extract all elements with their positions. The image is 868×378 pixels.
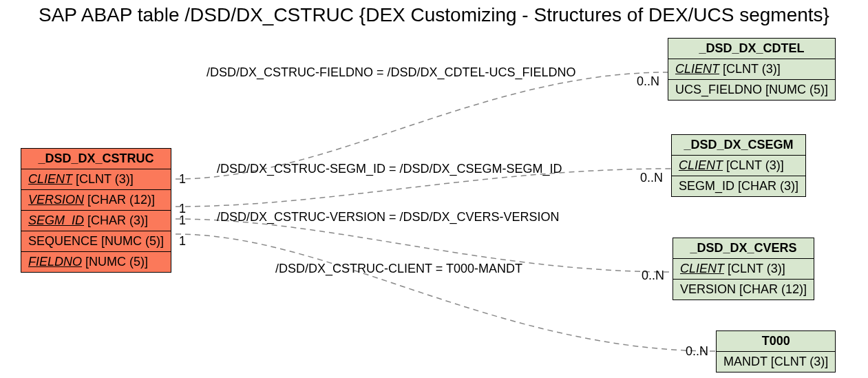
entity-cvers-field: VERSION [CHAR (12)] [673,280,814,300]
cardinality-right: 0..N [642,269,664,283]
entity-cvers-header: _DSD_DX_CVERS [673,238,814,259]
relation-label: /DSD/DX_CSTRUC-VERSION = /DSD/DX_CVERS-V… [217,210,560,224]
entity-source-field: FIELDNO [NUMC (5)] [21,252,171,273]
entity-csegm: _DSD_DX_CSEGM CLIENT [CLNT (3)] SEGM_ID … [671,134,806,197]
cardinality-right: 0..N [640,171,663,185]
entity-cdtel-field: UCS_FIELDNO [NUMC (5)] [668,80,836,101]
cardinality-left: 1 [179,172,186,187]
entity-source-field: CLIENT [CLNT (3)] [21,169,171,190]
entity-source: _DSD_DX_CSTRUC CLIENT [CLNT (3)] VERSION… [21,148,171,273]
page-title: SAP ABAP table /DSD/DX_CSTRUC {DEX Custo… [0,4,868,26]
entity-source-field: SEQUENCE [NUMC (5)] [21,231,171,252]
entity-t000-field: MANDT [CLNT (3)] [717,352,836,372]
entity-source-field: SEGM_ID [CHAR (3)] [21,211,171,231]
entity-cvers-field: CLIENT [CLNT (3)] [673,259,814,280]
entity-t000: T000 MANDT [CLNT (3)] [716,330,836,372]
entity-csegm-field: SEGM_ID [CHAR (3)] [672,176,806,197]
cardinality-right: 0..N [686,344,708,359]
cardinality-left: 1 [179,234,186,249]
entity-source-header: _DSD_DX_CSTRUC [21,149,171,169]
cardinality-right: 0..N [637,74,659,89]
relation-label: /DSD/DX_CSTRUC-CLIENT = T000-MANDT [275,262,522,276]
entity-csegm-header: _DSD_DX_CSEGM [672,135,806,156]
entity-csegm-field: CLIENT [CLNT (3)] [672,156,806,176]
entity-cdtel: _DSD_DX_CDTEL CLIENT [CLNT (3)] UCS_FIEL… [668,38,836,101]
relation-label: /DSD/DX_CSTRUC-SEGM_ID = /DSD/DX_CSEGM-S… [217,162,562,176]
entity-cvers: _DSD_DX_CVERS CLIENT [CLNT (3)] VERSION … [673,238,814,300]
entity-cdtel-header: _DSD_DX_CDTEL [668,39,836,59]
cardinality-left: 1 [179,213,186,228]
relation-label: /DSD/DX_CSTRUC-FIELDNO = /DSD/DX_CDTEL-U… [207,65,576,80]
entity-cdtel-field: CLIENT [CLNT (3)] [668,59,836,80]
entity-source-field: VERSION [CHAR (12)] [21,190,171,211]
entity-t000-header: T000 [717,331,836,352]
